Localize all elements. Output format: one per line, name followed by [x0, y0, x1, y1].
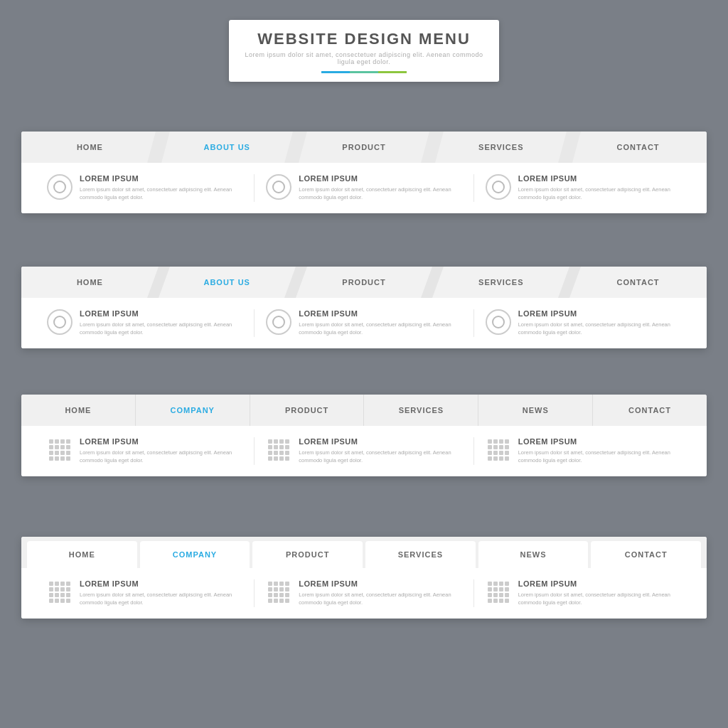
content-col-4-2: LOREM IPSUM Lorem ipsum dolor sit amet, … [255, 579, 473, 607]
content-col-3-2: LOREM IPSUM Lorem ipsum dolor sit amet, … [255, 437, 473, 465]
nav3-company[interactable]: COMPANY [136, 395, 250, 426]
content-col-2-1: LOREM IPSUM Lorem ipsum dolor sit amet, … [36, 309, 255, 337]
navbar-2: HOME ABOUT US PRODUCT SERVICES CONTACT [21, 267, 707, 298]
nav2-product[interactable]: PRODUCT [296, 267, 433, 298]
circle-icon [486, 309, 511, 335]
content-text: LOREM IPSUM Lorem ipsum dolor sit amet, … [299, 309, 461, 337]
grid-icon [47, 579, 73, 605]
content-text: LOREM IPSUM Lorem ipsum dolor sit amet, … [80, 437, 242, 465]
content-text: LOREM IPSUM Lorem ipsum dolor sit amet, … [299, 579, 461, 607]
content-col-1-2: LOREM IPSUM Lorem ipsum dolor sit amet, … [255, 174, 473, 202]
circle-icon [266, 309, 291, 335]
nav1-services[interactable]: SERVICES [432, 132, 569, 163]
menu-block-3: HOME COMPANY PRODUCT SERVICES NEWS CONTA… [21, 395, 707, 476]
circle-icon [47, 174, 73, 200]
circle-icon [266, 174, 291, 200]
nav3-news[interactable]: NEWS [478, 395, 593, 426]
menu-block-1: HOME ABOUT US PRODUCT SERVICES CONTACT L… [21, 132, 707, 213]
content-area-1: LOREM IPSUM Lorem ipsum dolor sit amet, … [21, 163, 707, 213]
content-col-1-1: LOREM IPSUM Lorem ipsum dolor sit amet, … [36, 174, 255, 202]
circle-icon [47, 309, 73, 335]
navbar-1: HOME ABOUT US PRODUCT SERVICES CONTACT [21, 132, 707, 163]
nav3-home[interactable]: HOME [21, 395, 136, 426]
nav4-contact[interactable]: CONTACT [591, 541, 701, 568]
nav1-about[interactable]: ABOUT US [159, 132, 296, 163]
grid-icon [47, 437, 73, 463]
content-col-4-3: LOREM IPSUM Lorem ipsum dolor sit amet, … [474, 579, 692, 607]
content-text: LOREM IPSUM Lorem ipsum dolor sit amet, … [80, 174, 242, 202]
nav1-home[interactable]: HOME [21, 132, 159, 163]
nav1-product[interactable]: PRODUCT [296, 132, 433, 163]
nav2-about[interactable]: ABOUT US [159, 267, 296, 298]
nav3-product[interactable]: PRODUCT [250, 395, 365, 426]
content-text: LOREM IPSUM Lorem ipsum dolor sit amet, … [299, 174, 461, 202]
nav4-news[interactable]: NEWS [478, 541, 589, 568]
content-area-3: LOREM IPSUM Lorem ipsum dolor sit amet, … [21, 426, 707, 476]
main-subtitle: Lorem ipsum dolor sit amet, consectetuer… [243, 51, 485, 65]
nav4-home[interactable]: HOME [27, 541, 137, 568]
nav2-contact[interactable]: CONTACT [569, 267, 707, 298]
nav1-contact[interactable]: CONTACT [569, 132, 707, 163]
nav4-company[interactable]: COMPANY [140, 541, 250, 568]
content-area-4: LOREM IPSUM Lorem ipsum dolor sit amet, … [21, 568, 707, 619]
navbar-3: HOME COMPANY PRODUCT SERVICES NEWS CONTA… [21, 395, 707, 426]
menu-block-2: HOME ABOUT US PRODUCT SERVICES CONTACT L… [21, 267, 707, 348]
circle-icon [486, 174, 511, 200]
content-col-2-3: LOREM IPSUM Lorem ipsum dolor sit amet, … [474, 309, 692, 337]
content-col-2-2: LOREM IPSUM Lorem ipsum dolor sit amet, … [255, 309, 473, 337]
title-card: WEBSITE DESIGN MENU Lorem ipsum dolor si… [229, 20, 499, 82]
navbar-4: HOME COMPANY PRODUCT SERVICES NEWS CONTA… [21, 537, 707, 568]
content-text: LOREM IPSUM Lorem ipsum dolor sit amet, … [80, 579, 242, 607]
content-col-1-3: LOREM IPSUM Lorem ipsum dolor sit amet, … [474, 174, 692, 202]
nav2-services[interactable]: SERVICES [432, 267, 569, 298]
content-text: LOREM IPSUM Lorem ipsum dolor sit amet, … [518, 174, 681, 202]
content-col-4-1: LOREM IPSUM Lorem ipsum dolor sit amet, … [36, 579, 255, 607]
grid-icon [266, 437, 291, 463]
content-text: LOREM IPSUM Lorem ipsum dolor sit amet, … [518, 437, 681, 465]
content-text: LOREM IPSUM Lorem ipsum dolor sit amet, … [80, 309, 242, 337]
content-area-2: LOREM IPSUM Lorem ipsum dolor sit amet, … [21, 298, 707, 348]
content-col-3-3: LOREM IPSUM Lorem ipsum dolor sit amet, … [474, 437, 692, 465]
nav2-home[interactable]: HOME [21, 267, 159, 298]
content-text: LOREM IPSUM Lorem ipsum dolor sit amet, … [299, 437, 461, 465]
menu-block-4: HOME COMPANY PRODUCT SERVICES NEWS CONTA… [21, 537, 707, 619]
nav4-product[interactable]: PRODUCT [252, 541, 363, 568]
grid-icon [486, 579, 511, 605]
grid-icon [266, 579, 291, 605]
color-bar [321, 71, 407, 73]
nav4-services[interactable]: SERVICES [365, 541, 476, 568]
nav3-services[interactable]: SERVICES [364, 395, 478, 426]
content-text: LOREM IPSUM Lorem ipsum dolor sit amet, … [518, 309, 681, 337]
main-title: WEBSITE DESIGN MENU [243, 30, 485, 48]
content-text: LOREM IPSUM Lorem ipsum dolor sit amet, … [518, 579, 681, 607]
grid-icon [486, 437, 511, 463]
content-col-3-1: LOREM IPSUM Lorem ipsum dolor sit amet, … [36, 437, 255, 465]
nav3-contact[interactable]: CONTACT [593, 395, 707, 426]
